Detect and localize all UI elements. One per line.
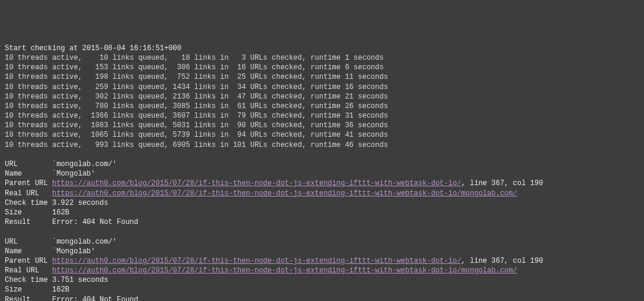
url-value: `mongolab.com/' bbox=[52, 238, 117, 246]
check-time-value: 3.922 seconds bbox=[52, 199, 108, 207]
name-value: `Mongolab' bbox=[52, 170, 95, 178]
parent-url-link[interactable]: https://auth0.com/blog/2015/07/28/if-thi… bbox=[52, 179, 461, 188]
check-time-label: Check time bbox=[5, 199, 48, 207]
progress-line: 10 threads active, 1065 links queued, 57… bbox=[5, 131, 388, 139]
start-line: Start checking at 2015-08-04 16:16:51+00… bbox=[5, 44, 181, 53]
name-value: `Mongolab' bbox=[52, 247, 95, 256]
name-label: Name bbox=[5, 170, 22, 178]
progress-line: 10 threads active, 1083 links queued, 50… bbox=[5, 121, 388, 130]
progress-line: 10 threads active, 10 links queued, 18 l… bbox=[5, 54, 384, 62]
progress-line: 10 threads active, 259 links queued, 143… bbox=[5, 83, 388, 91]
terminal-output: Start checking at 2015-08-04 16:16:51+00… bbox=[5, 44, 639, 301]
size-value: 162B bbox=[52, 208, 69, 217]
real-url-label: Real URL bbox=[5, 189, 39, 198]
result-label: Result bbox=[5, 218, 30, 226]
result-value: Error: 404 Not Found bbox=[52, 218, 138, 226]
progress-line: 10 threads active, 780 links queued, 308… bbox=[5, 102, 388, 110]
parent-url-suffix: , line 367, col 190 bbox=[461, 257, 543, 265]
size-label: Size bbox=[5, 208, 22, 217]
real-url-link[interactable]: https://auth0.com/blog/2015/07/28/if-thi… bbox=[52, 266, 517, 275]
parent-url-label: Parent URL bbox=[5, 179, 48, 188]
result-label: Result bbox=[5, 296, 30, 301]
check-time-label: Check time bbox=[5, 276, 48, 284]
parent-url-link[interactable]: https://auth0.com/blog/2015/07/28/if-thi… bbox=[52, 257, 461, 265]
progress-line: 10 threads active, 198 links queued, 752… bbox=[5, 73, 388, 81]
progress-line: 10 threads active, 302 links queued, 213… bbox=[5, 93, 388, 101]
progress-line: 10 threads active, 1366 links queued, 36… bbox=[5, 112, 388, 120]
progress-line: 10 threads active, 993 links queued, 690… bbox=[5, 141, 388, 149]
url-label: URL bbox=[5, 160, 18, 168]
url-value: `mongolab.com/' bbox=[52, 160, 117, 168]
size-value: 162B bbox=[52, 285, 69, 294]
name-label: Name bbox=[5, 247, 22, 256]
parent-url-suffix: , line 367, col 190 bbox=[461, 179, 543, 188]
check-time-value: 3.751 seconds bbox=[52, 276, 108, 284]
real-url-label: Real URL bbox=[5, 266, 39, 275]
progress-line: 10 threads active, 153 links queued, 306… bbox=[5, 63, 384, 72]
url-label: URL bbox=[5, 238, 18, 246]
parent-url-label: Parent URL bbox=[5, 257, 48, 265]
real-url-link[interactable]: https://auth0.com/blog/2015/07/28/if-thi… bbox=[52, 189, 517, 198]
result-value: Error: 404 Not Found bbox=[52, 296, 138, 301]
size-label: Size bbox=[5, 285, 22, 294]
